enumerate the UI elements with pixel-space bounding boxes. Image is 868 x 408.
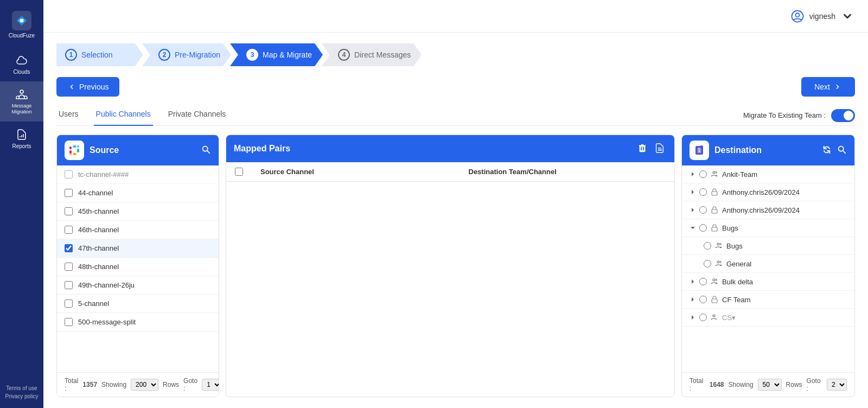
step-map-migrate[interactable]: 3 Map & Migrate [230, 43, 323, 66]
sidebar-item-reports[interactable]: Reports [0, 122, 43, 156]
svg-rect-19 [712, 209, 717, 213]
source-rows-label: Rows [163, 381, 179, 388]
dest-panel-body: Ankit-Team Anthony.chris26/09/2024 [682, 165, 854, 372]
dest-radio[interactable] [699, 206, 707, 214]
destination-panel: Destination [681, 135, 855, 397]
dest-radio[interactable] [699, 314, 707, 321]
terms-link[interactable]: Terms of use [6, 385, 37, 391]
chevron-down-icon [840, 9, 855, 24]
dest-item-label: Bulk delta [722, 278, 753, 286]
source-panel-header: Source [57, 135, 219, 165]
channel-name: 46th-channel [78, 226, 119, 234]
step-1-label: Selection [81, 50, 113, 59]
tab-public-channels[interactable]: Public Channels [94, 105, 153, 126]
channel-checkbox[interactable] [65, 263, 73, 271]
dest-radio[interactable] [704, 260, 711, 267]
search-icon [837, 145, 847, 155]
sidebar-item-clouds[interactable]: Clouds [0, 47, 43, 81]
sidebar-logo[interactable]: CloudFuze [9, 5, 35, 47]
delete-mapped-button[interactable] [636, 142, 648, 156]
channel-name: tc-channel-#### [78, 170, 129, 178]
dest-radio[interactable] [699, 188, 707, 196]
dest-radio[interactable] [699, 278, 707, 285]
channel-name: 48th-channel [78, 263, 119, 271]
search-icon [201, 145, 211, 155]
source-header-right [201, 145, 211, 156]
migrate-toggle-switch[interactable] [831, 109, 855, 122]
tab-private-channels[interactable]: Private Channels [166, 105, 228, 126]
privacy-link[interactable]: Privacy policy [5, 393, 38, 399]
list-item: tc-channel-#### [57, 165, 219, 184]
sidebar-item-message-migration[interactable]: Message Migration [0, 81, 43, 122]
dest-tree-item: Anthony.chris26/09/2024 [682, 201, 854, 219]
dest-rows-select[interactable]: 50 [758, 379, 782, 391]
mapped-panel-body [226, 182, 674, 397]
panels: Source tc-channel-#### [56, 135, 855, 397]
step-4-num: 4 [338, 49, 350, 61]
step-pre-migration[interactable]: 2 Pre-Migration [142, 43, 231, 66]
tabs-row: Users Public Channels Private Channels M… [56, 105, 855, 126]
channel-checkbox[interactable] [65, 244, 73, 252]
chevron-right-icon[interactable] [690, 171, 696, 177]
dest-radio[interactable] [699, 224, 707, 232]
channel-checkbox[interactable] [65, 226, 73, 234]
user-menu[interactable]: vignesh [790, 9, 855, 24]
chevron-right-icon[interactable] [690, 296, 696, 303]
dest-radio[interactable] [699, 170, 707, 178]
list-item: 47th-channel [57, 239, 219, 258]
step-4-label: Direct Messages [354, 50, 411, 59]
step-2-num: 2 [158, 49, 170, 61]
chevron-right-icon [833, 82, 842, 91]
step-direct-messages[interactable]: 4 Direct Messages [322, 43, 422, 66]
chevron-right-icon[interactable] [690, 207, 696, 213]
dest-item-label: CS▾ [722, 314, 736, 322]
channel-checkbox[interactable] [65, 318, 73, 326]
channel-name: 500-message-split [78, 318, 136, 326]
channel-checkbox[interactable] [65, 207, 73, 215]
chevron-down-icon[interactable] [690, 225, 696, 231]
channel-checkbox[interactable] [65, 281, 73, 289]
source-panel-body: tc-channel-#### 44-channel 45th-channel … [57, 165, 219, 372]
csv-icon: CSV [654, 142, 666, 154]
step-selection[interactable]: 1 Selection [56, 43, 143, 66]
group-icon [714, 241, 723, 250]
list-item: 5-channel [57, 295, 219, 313]
channel-checkbox[interactable] [65, 189, 73, 197]
chevron-right-icon[interactable] [690, 189, 696, 195]
svg-rect-20 [712, 227, 717, 231]
source-rows-select[interactable]: 200 [131, 379, 158, 391]
select-all-checkbox[interactable] [235, 168, 243, 176]
export-csv-button[interactable]: CSV [653, 141, 667, 157]
channel-checkbox[interactable] [65, 299, 73, 308]
dest-refresh-button[interactable] [821, 144, 833, 157]
dest-search-button[interactable] [837, 145, 847, 156]
user-name: vignesh [809, 12, 835, 21]
previous-button[interactable]: Previous [56, 77, 119, 97]
chevron-right-icon[interactable] [690, 314, 696, 321]
dest-goto-select[interactable]: 2 [827, 379, 847, 391]
source-goto-select[interactable]: 1 [202, 379, 219, 391]
source-goto-label: Goto : [183, 377, 197, 392]
mapped-panel-header: Mapped Pairs CSV [226, 135, 674, 162]
next-button[interactable]: Next [801, 77, 855, 97]
sidebar-bottom: Terms of use Privacy policy [5, 385, 38, 408]
dest-tree-item: Bugs [682, 219, 854, 237]
tab-users[interactable]: Users [56, 105, 81, 126]
trash-icon [637, 143, 647, 153]
dest-tree-item: Ankit-Team [682, 165, 854, 183]
dest-radio[interactable] [699, 296, 707, 303]
dest-tree-item: CS▾ [682, 309, 854, 327]
step-2-label: Pre-Migration [175, 50, 220, 59]
dest-item-label: Anthony.chris26/09/2024 [722, 206, 800, 214]
list-item: 48th-channel [57, 258, 219, 276]
source-showing-label: Showing [101, 381, 126, 388]
dest-radio[interactable] [704, 242, 711, 250]
dest-showing-label: Showing [729, 381, 754, 388]
source-search-button[interactable] [201, 145, 211, 156]
sidebar-reports-label: Reports [12, 143, 31, 149]
chevron-right-icon[interactable] [690, 278, 696, 285]
channel-checkbox[interactable] [65, 170, 73, 178]
mapped-header-right: CSV [636, 141, 667, 157]
page-content: 1 Selection 2 Pre-Migration 3 Map & Migr… [43, 33, 868, 408]
migrate-toggle-label: Migrate To Existing Team : [743, 111, 826, 119]
